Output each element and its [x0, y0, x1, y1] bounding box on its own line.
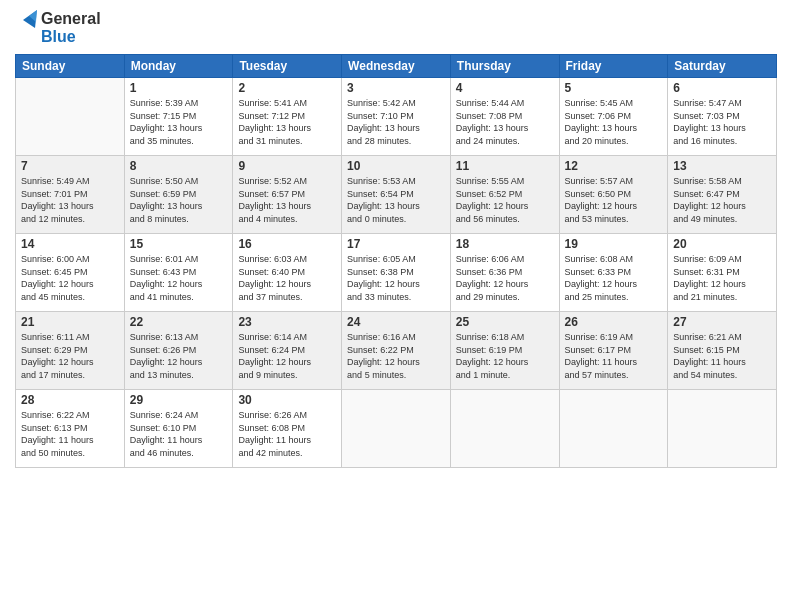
day-info: Sunrise: 5:53 AM Sunset: 6:54 PM Dayligh…	[347, 175, 445, 225]
day-info: Sunrise: 6:01 AM Sunset: 6:43 PM Dayligh…	[130, 253, 228, 303]
week-row-3: 14Sunrise: 6:00 AM Sunset: 6:45 PM Dayli…	[16, 234, 777, 312]
calendar-cell	[559, 390, 668, 468]
day-info: Sunrise: 6:13 AM Sunset: 6:26 PM Dayligh…	[130, 331, 228, 381]
day-info: Sunrise: 6:21 AM Sunset: 6:15 PM Dayligh…	[673, 331, 771, 381]
calendar-cell: 6Sunrise: 5:47 AM Sunset: 7:03 PM Daylig…	[668, 78, 777, 156]
week-row-4: 21Sunrise: 6:11 AM Sunset: 6:29 PM Dayli…	[16, 312, 777, 390]
day-info: Sunrise: 5:44 AM Sunset: 7:08 PM Dayligh…	[456, 97, 554, 147]
calendar-cell: 22Sunrise: 6:13 AM Sunset: 6:26 PM Dayli…	[124, 312, 233, 390]
day-info: Sunrise: 5:39 AM Sunset: 7:15 PM Dayligh…	[130, 97, 228, 147]
day-number: 17	[347, 237, 445, 251]
day-number: 19	[565, 237, 663, 251]
calendar-cell: 24Sunrise: 6:16 AM Sunset: 6:22 PM Dayli…	[342, 312, 451, 390]
day-number: 30	[238, 393, 336, 407]
day-info: Sunrise: 5:57 AM Sunset: 6:50 PM Dayligh…	[565, 175, 663, 225]
day-info: Sunrise: 6:11 AM Sunset: 6:29 PM Dayligh…	[21, 331, 119, 381]
week-row-5: 28Sunrise: 6:22 AM Sunset: 6:13 PM Dayli…	[16, 390, 777, 468]
day-number: 8	[130, 159, 228, 173]
day-info: Sunrise: 5:49 AM Sunset: 7:01 PM Dayligh…	[21, 175, 119, 225]
calendar-cell: 23Sunrise: 6:14 AM Sunset: 6:24 PM Dayli…	[233, 312, 342, 390]
weekday-header-friday: Friday	[559, 55, 668, 78]
day-number: 13	[673, 159, 771, 173]
day-info: Sunrise: 6:00 AM Sunset: 6:45 PM Dayligh…	[21, 253, 119, 303]
calendar-cell: 18Sunrise: 6:06 AM Sunset: 6:36 PM Dayli…	[450, 234, 559, 312]
day-info: Sunrise: 6:14 AM Sunset: 6:24 PM Dayligh…	[238, 331, 336, 381]
day-number: 22	[130, 315, 228, 329]
calendar-cell: 29Sunrise: 6:24 AM Sunset: 6:10 PM Dayli…	[124, 390, 233, 468]
calendar-cell: 3Sunrise: 5:42 AM Sunset: 7:10 PM Daylig…	[342, 78, 451, 156]
day-number: 26	[565, 315, 663, 329]
weekday-header-sunday: Sunday	[16, 55, 125, 78]
calendar-cell	[16, 78, 125, 156]
day-info: Sunrise: 6:24 AM Sunset: 6:10 PM Dayligh…	[130, 409, 228, 459]
calendar-cell: 19Sunrise: 6:08 AM Sunset: 6:33 PM Dayli…	[559, 234, 668, 312]
header: General Blue	[15, 10, 777, 46]
day-number: 23	[238, 315, 336, 329]
weekday-header-thursday: Thursday	[450, 55, 559, 78]
day-number: 15	[130, 237, 228, 251]
calendar-cell: 10Sunrise: 5:53 AM Sunset: 6:54 PM Dayli…	[342, 156, 451, 234]
calendar-cell: 13Sunrise: 5:58 AM Sunset: 6:47 PM Dayli…	[668, 156, 777, 234]
day-number: 9	[238, 159, 336, 173]
calendar: SundayMondayTuesdayWednesdayThursdayFrid…	[15, 54, 777, 468]
logo: General Blue	[15, 10, 101, 46]
day-info: Sunrise: 5:45 AM Sunset: 7:06 PM Dayligh…	[565, 97, 663, 147]
day-number: 4	[456, 81, 554, 95]
calendar-cell: 11Sunrise: 5:55 AM Sunset: 6:52 PM Dayli…	[450, 156, 559, 234]
calendar-cell: 15Sunrise: 6:01 AM Sunset: 6:43 PM Dayli…	[124, 234, 233, 312]
day-number: 21	[21, 315, 119, 329]
calendar-cell: 25Sunrise: 6:18 AM Sunset: 6:19 PM Dayli…	[450, 312, 559, 390]
day-info: Sunrise: 6:03 AM Sunset: 6:40 PM Dayligh…	[238, 253, 336, 303]
calendar-cell: 4Sunrise: 5:44 AM Sunset: 7:08 PM Daylig…	[450, 78, 559, 156]
day-number: 2	[238, 81, 336, 95]
day-number: 1	[130, 81, 228, 95]
day-info: Sunrise: 5:41 AM Sunset: 7:12 PM Dayligh…	[238, 97, 336, 147]
day-info: Sunrise: 5:52 AM Sunset: 6:57 PM Dayligh…	[238, 175, 336, 225]
calendar-cell: 12Sunrise: 5:57 AM Sunset: 6:50 PM Dayli…	[559, 156, 668, 234]
calendar-cell: 21Sunrise: 6:11 AM Sunset: 6:29 PM Dayli…	[16, 312, 125, 390]
week-row-2: 7Sunrise: 5:49 AM Sunset: 7:01 PM Daylig…	[16, 156, 777, 234]
weekday-header-row: SundayMondayTuesdayWednesdayThursdayFrid…	[16, 55, 777, 78]
day-number: 10	[347, 159, 445, 173]
weekday-header-saturday: Saturday	[668, 55, 777, 78]
day-info: Sunrise: 5:42 AM Sunset: 7:10 PM Dayligh…	[347, 97, 445, 147]
day-info: Sunrise: 6:06 AM Sunset: 6:36 PM Dayligh…	[456, 253, 554, 303]
weekday-header-wednesday: Wednesday	[342, 55, 451, 78]
day-info: Sunrise: 6:09 AM Sunset: 6:31 PM Dayligh…	[673, 253, 771, 303]
calendar-cell: 20Sunrise: 6:09 AM Sunset: 6:31 PM Dayli…	[668, 234, 777, 312]
calendar-cell: 26Sunrise: 6:19 AM Sunset: 6:17 PM Dayli…	[559, 312, 668, 390]
day-info: Sunrise: 6:19 AM Sunset: 6:17 PM Dayligh…	[565, 331, 663, 381]
day-number: 27	[673, 315, 771, 329]
logo-blue-text: Blue	[41, 28, 76, 45]
day-number: 5	[565, 81, 663, 95]
logo-bird-icon	[15, 10, 37, 46]
day-number: 20	[673, 237, 771, 251]
day-info: Sunrise: 6:05 AM Sunset: 6:38 PM Dayligh…	[347, 253, 445, 303]
weekday-header-monday: Monday	[124, 55, 233, 78]
day-number: 25	[456, 315, 554, 329]
calendar-cell	[342, 390, 451, 468]
day-info: Sunrise: 6:26 AM Sunset: 6:08 PM Dayligh…	[238, 409, 336, 459]
day-number: 6	[673, 81, 771, 95]
day-info: Sunrise: 5:55 AM Sunset: 6:52 PM Dayligh…	[456, 175, 554, 225]
calendar-cell: 2Sunrise: 5:41 AM Sunset: 7:12 PM Daylig…	[233, 78, 342, 156]
day-info: Sunrise: 6:22 AM Sunset: 6:13 PM Dayligh…	[21, 409, 119, 459]
calendar-cell	[668, 390, 777, 468]
day-info: Sunrise: 6:18 AM Sunset: 6:19 PM Dayligh…	[456, 331, 554, 381]
week-row-1: 1Sunrise: 5:39 AM Sunset: 7:15 PM Daylig…	[16, 78, 777, 156]
day-number: 12	[565, 159, 663, 173]
day-number: 18	[456, 237, 554, 251]
day-number: 14	[21, 237, 119, 251]
calendar-cell: 16Sunrise: 6:03 AM Sunset: 6:40 PM Dayli…	[233, 234, 342, 312]
calendar-cell: 17Sunrise: 6:05 AM Sunset: 6:38 PM Dayli…	[342, 234, 451, 312]
day-info: Sunrise: 6:16 AM Sunset: 6:22 PM Dayligh…	[347, 331, 445, 381]
day-number: 11	[456, 159, 554, 173]
calendar-cell: 30Sunrise: 6:26 AM Sunset: 6:08 PM Dayli…	[233, 390, 342, 468]
calendar-cell: 28Sunrise: 6:22 AM Sunset: 6:13 PM Dayli…	[16, 390, 125, 468]
day-number: 3	[347, 81, 445, 95]
day-info: Sunrise: 5:47 AM Sunset: 7:03 PM Dayligh…	[673, 97, 771, 147]
day-number: 7	[21, 159, 119, 173]
calendar-cell: 1Sunrise: 5:39 AM Sunset: 7:15 PM Daylig…	[124, 78, 233, 156]
calendar-cell: 8Sunrise: 5:50 AM Sunset: 6:59 PM Daylig…	[124, 156, 233, 234]
calendar-cell	[450, 390, 559, 468]
